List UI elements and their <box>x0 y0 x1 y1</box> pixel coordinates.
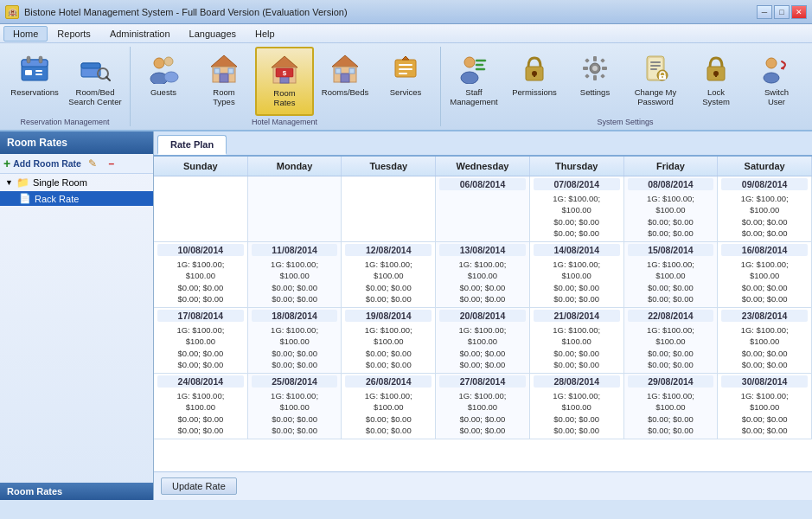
svg-point-13 <box>164 57 173 66</box>
rooms-beds-icon <box>328 51 362 86</box>
svg-point-11 <box>154 58 164 68</box>
minimize-button[interactable]: ─ <box>757 5 772 19</box>
header-monday: Monday <box>248 157 342 176</box>
svg-rect-28 <box>336 68 341 74</box>
calendar-week-2: 10/08/2014 1G: $100.00;$100.00$0.00; $0.… <box>154 242 812 308</box>
svg-marker-20 <box>272 56 297 67</box>
permissions-icon <box>517 51 552 86</box>
footer-bar: Update Rate <box>154 471 812 500</box>
menu-administration[interactable]: Administration <box>100 26 180 42</box>
add-room-rate-button[interactable]: + Add Room Rate <box>3 157 81 170</box>
svg-marker-15 <box>211 55 237 67</box>
menu-home[interactable]: Home <box>3 26 48 42</box>
tool-permissions[interactable]: Permissions <box>505 47 564 116</box>
calendar-week-3: 17/08/2014 1G: $100.00;$100.00$0.00; $0.… <box>154 308 812 374</box>
svg-rect-17 <box>220 74 228 82</box>
cal-cell-1908: 19/08/2014 1G: $100.00;$100.00$0.00; $0.… <box>342 308 436 373</box>
tool-change-password[interactable]: Change MyPassword <box>626 47 685 116</box>
tool-guests-label: Guests <box>150 87 176 97</box>
lock-system-icon <box>699 51 733 86</box>
cal-cell-1208: 12/08/2014 1G: $100.00;$100.00$0.00; $0.… <box>342 242 436 307</box>
svg-point-35 <box>464 57 475 67</box>
tool-room-bed-search[interactable]: Room/BedSearch Center <box>66 47 125 116</box>
svg-rect-2 <box>25 70 32 75</box>
tree-single-room[interactable]: ▼ 📁 Single Room <box>0 174 153 191</box>
tab-rate-plan[interactable]: Rate Plan <box>157 135 227 155</box>
cal-cell-2408: 24/08/2014 1G: $100.00;$100.00$0.00; $0.… <box>154 374 248 439</box>
svg-rect-27 <box>341 74 349 82</box>
calendar-wrapper[interactable]: Sunday Monday Tuesday Wednesday Thursday… <box>154 157 812 471</box>
svg-point-14 <box>164 72 178 82</box>
svg-rect-48 <box>602 67 607 70</box>
tool-reservations-label: Reservations <box>10 87 58 97</box>
tool-lock-system-label: LockSystem <box>702 87 730 107</box>
tool-services-label: Services <box>390 87 421 97</box>
svg-rect-6 <box>39 56 42 63</box>
close-button[interactable]: ✕ <box>791 5 807 19</box>
svg-rect-37 <box>476 60 486 61</box>
svg-rect-56 <box>650 65 661 67</box>
tool-settings[interactable]: Settings <box>566 47 624 116</box>
tool-staff-management[interactable]: StaffManagement <box>444 47 503 116</box>
reservations-icon <box>17 51 52 86</box>
cal-cell-1108: 11/08/2014 1G: $100.00;$100.00$0.00; $0.… <box>248 242 342 307</box>
switch-user-icon <box>759 51 794 86</box>
toolbar-group-system: StaffManagement Permissions <box>444 47 811 126</box>
svg-rect-39 <box>476 68 485 70</box>
cal-cell-2808: 28/08/2014 1G: $100.00;$100.00$0.00; $0.… <box>530 374 624 439</box>
tool-room-types[interactable]: RoomTypes <box>195 47 253 116</box>
rate-item-rack-rate[interactable]: 📄 Rack Rate <box>0 191 153 206</box>
calendar-header: Sunday Monday Tuesday Wednesday Thursday… <box>154 157 812 176</box>
svg-point-60 <box>662 76 663 78</box>
tool-reservations[interactable]: Reservations <box>5 47 64 116</box>
tool-rooms-beds-label: Rooms/Beds <box>322 87 368 97</box>
menu-reports[interactable]: Reports <box>48 26 100 42</box>
svg-rect-45 <box>593 56 597 61</box>
guests-icon <box>146 51 181 86</box>
tool-room-types-label: RoomTypes <box>213 87 234 107</box>
tool-switch-user-label: SwitchUser <box>764 87 789 107</box>
svg-rect-63 <box>715 74 717 77</box>
svg-rect-5 <box>27 56 30 63</box>
tool-lock-system[interactable]: LockSystem <box>687 47 745 116</box>
staff-management-icon <box>457 51 491 86</box>
svg-rect-4 <box>35 74 42 75</box>
svg-rect-29 <box>349 68 355 74</box>
cal-cell <box>342 176 436 241</box>
sidebar-bottom-label: Room Rates <box>0 483 153 500</box>
svg-rect-47 <box>583 67 588 70</box>
header-tuesday: Tuesday <box>342 157 436 176</box>
cal-cell-1608: 16/08/2014 1G: $100.00;$100.00$0.00; $0.… <box>718 242 812 307</box>
menu-languages[interactable]: Languages <box>180 26 246 42</box>
svg-point-36 <box>461 72 478 84</box>
svg-rect-18 <box>214 68 220 74</box>
svg-marker-25 <box>332 55 358 67</box>
edit-room-rate-button[interactable]: ✎ <box>85 157 100 170</box>
svg-rect-8 <box>81 63 100 68</box>
services-icon <box>388 51 423 86</box>
update-rate-button[interactable]: Update Rate <box>161 477 237 495</box>
delete-room-rate-button[interactable]: – <box>104 157 119 170</box>
svg-text:$: $ <box>283 69 287 77</box>
tool-guests[interactable]: Guests <box>134 47 193 116</box>
svg-rect-38 <box>476 64 483 66</box>
header-thursday: Thursday <box>530 157 624 176</box>
menu-help[interactable]: Help <box>246 26 285 42</box>
settings-icon <box>578 51 612 86</box>
room-rates-icon: $ <box>267 52 302 86</box>
tool-switch-user[interactable]: SwitchUser <box>747 47 806 116</box>
svg-line-10 <box>106 77 110 80</box>
cal-cell-2208: 22/08/2014 1G: $100.00;$100.00$0.00; $0.… <box>624 308 719 373</box>
tree-single-room-label: Single Room <box>33 177 87 188</box>
svg-rect-34 <box>399 73 407 74</box>
change-password-icon <box>638 51 673 86</box>
tool-permissions-label: Permissions <box>512 87 557 97</box>
sidebar-title: Room Rates <box>0 131 153 154</box>
room-types-icon <box>207 51 241 86</box>
cal-cell-0908: 09/08/2014 1G: $100.00;$100.00$0.00; $0.… <box>718 176 812 241</box>
maximize-button[interactable]: □ <box>774 5 790 19</box>
tool-rooms-beds[interactable]: Rooms/Beds <box>316 47 374 116</box>
tree-expand-icon: ▼ <box>5 178 13 187</box>
tool-services[interactable]: Services <box>376 47 435 116</box>
tool-room-rates[interactable]: $ RoomRates <box>255 47 314 116</box>
